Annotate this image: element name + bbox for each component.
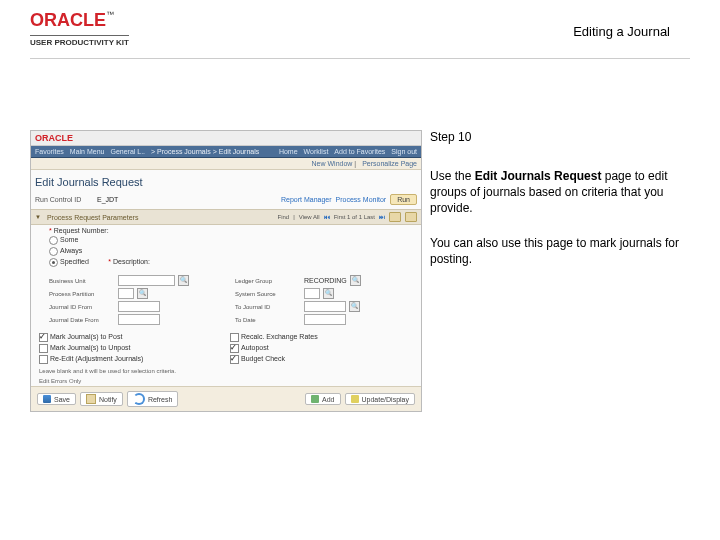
nav-item[interactable]: Home bbox=[279, 148, 298, 155]
last-icon[interactable]: ⏭ bbox=[379, 214, 385, 220]
step-label: Step 10 bbox=[430, 130, 690, 144]
chk-mark-unpost[interactable] bbox=[39, 344, 48, 353]
refresh-button[interactable]: Refresh bbox=[127, 391, 179, 407]
nav-item[interactable]: Favorites bbox=[35, 148, 64, 155]
run-button[interactable]: Run bbox=[390, 194, 417, 205]
nav-item[interactable]: General L.. bbox=[110, 148, 145, 155]
personalize-page-link[interactable]: Personalize Page bbox=[362, 160, 417, 167]
nav-item[interactable]: Add to Favorites bbox=[334, 148, 385, 155]
chk-autopost[interactable] bbox=[230, 344, 239, 353]
business-unit-input[interactable] bbox=[118, 275, 175, 286]
process-partition-input[interactable] bbox=[118, 288, 134, 299]
add-icon bbox=[311, 395, 319, 403]
chk-re-edit[interactable] bbox=[39, 355, 48, 364]
radio-always[interactable] bbox=[49, 247, 58, 256]
save-button[interactable]: Save bbox=[37, 393, 76, 405]
instruction-para-2: You can also use this page to mark journ… bbox=[430, 235, 690, 267]
section-title: Process Request Parameters bbox=[47, 214, 138, 221]
refresh-icon bbox=[133, 393, 145, 405]
nav-item[interactable]: Worklist bbox=[304, 148, 329, 155]
find-link[interactable]: Find bbox=[278, 214, 290, 220]
new-window-link[interactable]: New Window bbox=[312, 160, 353, 167]
chk-mark-post[interactable] bbox=[39, 333, 48, 342]
notify-icon bbox=[86, 394, 96, 404]
view-all-link[interactable]: View All bbox=[299, 214, 320, 220]
form-title: Edit Journals Request bbox=[31, 170, 421, 194]
lookup-icon[interactable]: 🔍 bbox=[323, 288, 334, 299]
journal-date-from-input[interactable] bbox=[118, 314, 160, 325]
footnote-1: Leave blank and it will be used for sele… bbox=[31, 366, 421, 376]
radio-specify[interactable] bbox=[49, 258, 58, 267]
lookup-icon[interactable]: 🔍 bbox=[350, 275, 361, 286]
app-screenshot: ORACLE Favorites Main Menu General L.. >… bbox=[30, 130, 422, 412]
nav-item[interactable]: Sign out bbox=[391, 148, 417, 155]
to-journal-id-input[interactable] bbox=[304, 301, 346, 312]
journal-id-from-input[interactable] bbox=[118, 301, 160, 312]
footnote-2: Edit Errors Only bbox=[31, 376, 421, 386]
instruction-para-1: Use the Edit Journals Request page to ed… bbox=[430, 168, 690, 217]
first-icon[interactable]: ⏮ bbox=[324, 214, 330, 220]
radio-some[interactable] bbox=[49, 236, 58, 245]
collapse-icon[interactable]: ▼ bbox=[35, 214, 41, 220]
save-icon bbox=[43, 395, 51, 403]
process-monitor-link[interactable]: Process Monitor bbox=[336, 196, 387, 203]
lookup-icon[interactable]: 🔍 bbox=[137, 288, 148, 299]
app-nav: Favorites Main Menu General L.. > Proces… bbox=[31, 146, 421, 158]
report-manager-link[interactable]: Report Manager bbox=[281, 196, 332, 203]
breadcrumb: > Process Journals > Edit Journals bbox=[151, 148, 259, 155]
add-button[interactable]: Add bbox=[305, 393, 340, 405]
to-date-input[interactable] bbox=[304, 314, 346, 325]
ledger-group-value: RECORDING bbox=[304, 277, 347, 284]
nav-item[interactable]: Main Menu bbox=[70, 148, 105, 155]
app-brand-label: ORACLE bbox=[35, 133, 73, 143]
run-control-label: Run Control ID bbox=[35, 196, 93, 203]
add-row-icon[interactable] bbox=[389, 212, 401, 222]
pager-text: First 1 of 1 Last bbox=[334, 214, 375, 220]
page-title: Editing a Journal bbox=[573, 24, 670, 39]
chk-recalc[interactable] bbox=[230, 333, 239, 342]
notify-button[interactable]: Notify bbox=[80, 392, 123, 406]
system-source-input[interactable] bbox=[304, 288, 320, 299]
update-icon bbox=[351, 395, 359, 403]
delete-row-icon[interactable] bbox=[405, 212, 417, 222]
update-display-button[interactable]: Update/Display bbox=[345, 393, 415, 405]
lookup-icon[interactable]: 🔍 bbox=[349, 301, 360, 312]
lookup-icon[interactable]: 🔍 bbox=[178, 275, 189, 286]
required-label: Request Number: bbox=[54, 227, 109, 234]
run-control-value: E_JDT bbox=[97, 196, 118, 203]
chk-budget-check[interactable] bbox=[230, 355, 239, 364]
